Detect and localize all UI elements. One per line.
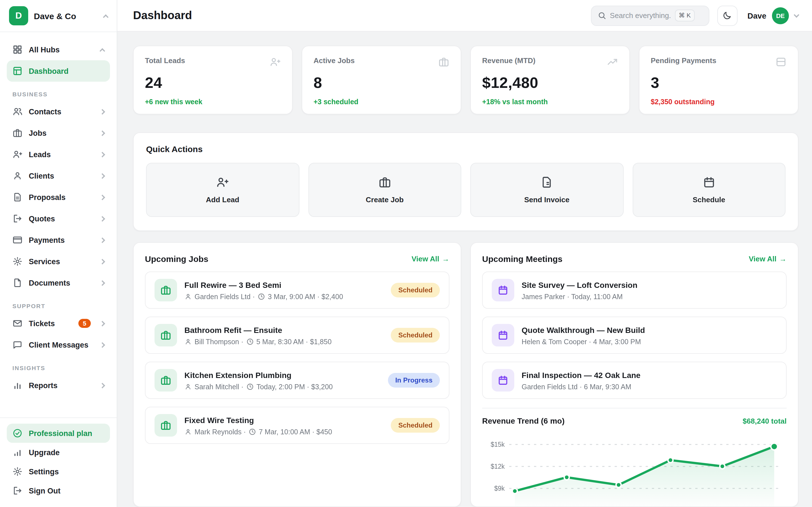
chevron-right-icon [100,216,105,221]
job-client: Bill Thompson · [195,338,243,346]
status-badge: In Progress [388,373,440,388]
stats-row: Total Leads 24 +6 new this week Active J… [133,46,799,114]
chat-icon [12,340,22,350]
dark-mode-toggle[interactable] [717,5,737,25]
calendar-icon [492,324,514,346]
svg-text:$15k: $15k [491,441,505,448]
send-invoice-button[interactable]: Send Invoice [470,163,623,217]
sidebar-item-label: Quotes [29,214,94,223]
sidebar-item-jobs[interactable]: Jobs [7,122,110,144]
sidebar-item-sign-out[interactable]: Sign Out [7,481,110,500]
job-row[interactable]: Fixed Wire Testing Mark Reynolds · 7 Mar… [145,407,449,444]
sidebar-item-client-messages[interactable]: Client Messages [7,334,110,355]
sidebar-item-settings[interactable]: Settings [7,462,110,481]
user-name: Dave [748,11,766,20]
jobs-view-all-link[interactable]: View All→ [412,255,449,263]
section-label-insights: INSIGHTS [12,364,104,371]
search-input[interactable] [610,11,671,20]
stat-subtext: +18% vs last month [482,98,618,106]
briefcase-icon [378,176,391,189]
job-row[interactable]: Bathroom Refit — Ensuite Bill Thompson ·… [145,317,449,354]
user-menu[interactable]: Dave DE [748,7,799,24]
page-title: Dashboard [133,9,192,22]
meeting-row[interactable]: Final Inspection — 42 Oak Lane Garden Fi… [482,362,786,399]
upcoming-jobs-title: Upcoming Jobs [145,254,208,264]
meeting-meta: Garden Fields Ltd · 6 Mar, 9:30 AM [522,383,631,391]
arrow-right-icon: → [442,255,449,263]
clock-icon [246,383,254,390]
sidebar-item-proposals[interactable]: Proposals [7,186,110,208]
org-switcher[interactable]: D Dave & Co [0,0,117,32]
sidebar-item-label: Contacts [29,107,94,116]
meeting-title: Quote Walkthrough — New Build [522,325,645,334]
file-text-icon [12,192,22,202]
person-icon [185,428,192,436]
briefcase-icon [154,369,177,392]
sidebar-item-dashboard[interactable]: Dashboard [7,60,110,82]
tickets-count-badge: 5 [79,319,91,328]
chevron-up-icon [100,48,105,54]
job-row[interactable]: Kitchen Extension Plumbing Sarah Mitchel… [145,362,449,399]
sidebar-item-clients[interactable]: Clients [7,165,110,186]
job-title: Full Rewire — 3 Bed Semi [185,280,282,289]
create-job-button[interactable]: Create Job [308,163,461,217]
top-header: Dashboard ⌘ K Dave DE [117,0,812,32]
job-row[interactable]: Full Rewire — 3 Bed Semi Garden Fields L… [145,272,449,309]
upcoming-meetings-panel: Upcoming Meetings View All→ Site Survey … [470,242,799,507]
sidebar-item-label: Professional plan [29,429,104,438]
stat-value: 8 [313,74,449,92]
sidebar-item-services[interactable]: Services [7,251,110,272]
chevron-right-icon [100,109,105,114]
revenue-total: $68,240 total [743,416,786,425]
meeting-row[interactable]: Site Survey — Loft Conversion James Park… [482,272,786,309]
revenue-trend-title: Revenue Trend (6 mo) [482,416,565,425]
invoice-icon [541,176,553,189]
meetings-view-all-link[interactable]: View All→ [749,255,786,263]
sidebar: D Dave & Co All Hubs Dashboard BUSINESS [0,0,117,507]
sidebar-item-label: Settings [29,467,104,476]
sidebar-item-all-hubs[interactable]: All Hubs [7,39,110,60]
status-badge: Scheduled [391,328,440,342]
chevron-right-icon [100,280,105,286]
export-icon [12,486,22,496]
quick-actions-grid: Add Lead Create Job Send Invoice [146,163,785,217]
chevron-down-icon [794,12,799,17]
sidebar-item-upgrade[interactable]: Upgrade [7,443,110,462]
user-plus-icon [216,176,229,189]
search-icon [598,11,606,20]
stat-label: Total Leads [145,56,269,65]
stat-card-total-leads: Total Leads 24 +6 new this week [133,46,293,114]
sidebar-item-label: Client Messages [29,341,94,349]
stat-label: Pending Payments [651,56,775,65]
users-icon [12,107,22,117]
moon-icon [722,11,732,20]
sidebar-item-label: Dashboard [29,67,104,75]
credit-card-icon [775,56,786,70]
sidebar-item-label: Services [29,257,94,266]
avatar: DE [772,7,789,24]
stat-subtext: +3 scheduled [313,98,449,106]
sidebar-item-reports[interactable]: Reports [7,375,110,396]
chevron-right-icon [100,259,105,264]
chevron-right-icon [100,194,105,200]
sidebar-item-leads[interactable]: Leads [7,144,110,165]
sidebar-item-payments[interactable]: Payments [7,229,110,251]
schedule-button[interactable]: Schedule [632,163,785,217]
stat-value: 3 [651,74,786,92]
sidebar-item-documents[interactable]: Documents [7,272,110,293]
main-content: Total Leads 24 +6 new this week Active J… [117,32,812,507]
jobs-list: Full Rewire — 3 Bed Semi Garden Fields L… [145,272,449,444]
plan-badge[interactable]: Professional plan [7,424,110,443]
sidebar-item-tickets[interactable]: Tickets 5 [7,313,110,334]
add-lead-button[interactable]: Add Lead [146,163,299,217]
sidebar-item-quotes[interactable]: Quotes [7,208,110,229]
sidebar-item-label: All Hubs [29,45,94,54]
sidebar-item-contacts[interactable]: Contacts [7,101,110,122]
meeting-row[interactable]: Quote Walkthrough — New Build Helen & To… [482,317,786,354]
search-bar[interactable]: ⌘ K [591,5,709,25]
revenue-trend-chart: $15k$12k$9k$6k [482,430,786,507]
company-logo: D [9,6,28,25]
chevron-up-icon [103,14,109,20]
quick-action-label: Send Invoice [524,195,569,204]
meetings-list: Site Survey — Loft Conversion James Park… [482,272,786,399]
